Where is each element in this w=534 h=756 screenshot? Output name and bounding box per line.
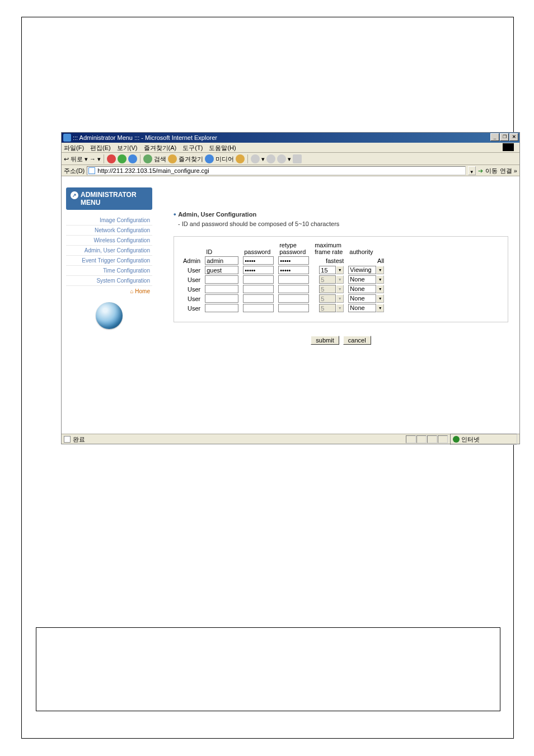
history-icon[interactable] [236, 154, 245, 163]
admin-title-1: ADMINISTRATOR [81, 191, 137, 199]
user3-authority-select[interactable]: None [348, 285, 376, 293]
header-row: ID password retype password maximum fram… [181, 241, 386, 256]
minimize-button[interactable]: _ [490, 133, 499, 141]
menu-favorites[interactable]: 즐겨찾기(A) [144, 144, 177, 151]
user4-id-input[interactable] [205, 294, 238, 303]
nav-system-config[interactable]: System Configuration [66, 276, 152, 286]
user5-authority-select[interactable]: None [348, 304, 376, 312]
nav-home[interactable]: ⌂ Home [66, 286, 152, 297]
back-dropdown-icon[interactable]: ▾ [85, 153, 88, 165]
back-label[interactable]: 뒤로 [71, 153, 83, 165]
col-password: password [241, 241, 276, 256]
logo-icon [96, 302, 123, 329]
user2-id-input[interactable] [205, 275, 238, 284]
user1-id-input[interactable] [205, 266, 238, 274]
user2-authority-select[interactable]: None [348, 275, 376, 284]
stop-icon[interactable] [107, 154, 116, 163]
arrow-circle-icon: ↗ [71, 191, 78, 199]
user1-retype-input[interactable] [278, 266, 309, 274]
media-icon[interactable] [205, 154, 214, 163]
main-panel: Admin, User Configuration - ID and passw… [157, 176, 519, 434]
nav-image-config[interactable]: Image Configuration [66, 215, 152, 226]
framerate-dropdown-icon: ▼ [336, 275, 344, 284]
user3-retype-input[interactable] [278, 285, 309, 293]
home-icon[interactable] [128, 154, 137, 163]
media-label[interactable]: 미디어 [216, 153, 234, 165]
admin-menu-header: ↗ ADMINISTRATOR MENU [66, 187, 152, 210]
close-button[interactable]: ✕ [509, 133, 518, 141]
admin-framerate: fastest [311, 256, 346, 265]
discuss-icon[interactable] [293, 154, 302, 163]
row-user-2: User ▼ None▼ [181, 275, 386, 284]
cancel-button[interactable]: cancel [343, 336, 371, 345]
address-dropdown-icon[interactable]: ▼ [468, 166, 476, 175]
section-title: Admin, User Configuration [174, 210, 508, 218]
go-arrow-icon[interactable]: ➔ [478, 165, 483, 176]
user3-password-input[interactable] [243, 285, 274, 293]
user2-retype-input[interactable] [278, 275, 309, 284]
user1-authority-select[interactable]: Viewing [348, 266, 376, 274]
empty-box [36, 627, 500, 711]
nav-network-config[interactable]: Network Configuration [66, 226, 152, 236]
forward-arrow-icon[interactable]: → [90, 153, 96, 165]
authority-dropdown-icon[interactable]: ▼ [376, 285, 384, 293]
links-label[interactable]: 연결 » [500, 165, 517, 176]
refresh-icon[interactable] [118, 154, 127, 163]
address-input[interactable]: http://211.232.103.15/main_configure.cgi [87, 166, 466, 175]
menu-edit[interactable]: 편집(E) [90, 144, 111, 151]
sidebar: ↗ ADMINISTRATOR MENU Image Configuration… [62, 176, 157, 434]
authority-dropdown-icon[interactable]: ▼ [376, 275, 384, 284]
home-nav-icon: ⌂ [128, 288, 134, 294]
forward-dropdown-icon[interactable]: ▾ [97, 153, 101, 165]
search-label[interactable]: 검색 [154, 153, 166, 165]
admin-id-input[interactable] [205, 256, 238, 265]
user4-framerate-input [319, 294, 336, 303]
admin-password-input[interactable] [243, 256, 274, 265]
maximize-button[interactable]: ❐ [500, 133, 509, 141]
menu-tools[interactable]: 도구(T) [182, 144, 203, 151]
user2-password-input[interactable] [243, 275, 274, 284]
user1-framerate-input[interactable] [319, 266, 336, 274]
authority-dropdown-icon[interactable]: ▼ [376, 304, 384, 312]
edit-dropdown-icon[interactable]: ▾ [288, 153, 291, 165]
user5-framerate-input [319, 304, 336, 312]
user3-id-input[interactable] [205, 285, 238, 293]
user4-password-input[interactable] [243, 294, 274, 303]
separator [140, 154, 140, 163]
menu-view[interactable]: 보기(V) [117, 144, 138, 151]
submit-button[interactable]: submit [311, 336, 339, 345]
favorites-label[interactable]: 즐겨찾기 [179, 153, 203, 165]
go-label[interactable]: 이동 [485, 165, 498, 176]
mail-dropdown-icon[interactable]: ▾ [261, 153, 265, 165]
user5-retype-input[interactable] [278, 304, 309, 312]
search-icon[interactable] [143, 154, 152, 163]
row-label: User [181, 294, 203, 303]
menu-file[interactable]: 파일(F) [64, 144, 84, 151]
user5-password-input[interactable] [243, 304, 274, 312]
nav-event-trigger-config[interactable]: Event Trigger Configuration [66, 256, 152, 266]
col-id: ID [203, 241, 241, 256]
user4-authority-select[interactable]: None [348, 294, 376, 303]
admin-retype-input[interactable] [278, 256, 309, 265]
address-bar: 주소(D) http://211.232.103.15/main_configu… [62, 165, 519, 176]
print-icon[interactable] [266, 154, 275, 163]
nav-wireless-config[interactable]: Wireless Configuration [66, 236, 152, 246]
edit-icon[interactable] [277, 154, 286, 163]
user4-retype-input[interactable] [278, 294, 309, 303]
row-user-5: User ▼ None▼ [181, 303, 386, 313]
favorites-icon[interactable] [168, 154, 177, 163]
row-label: User [181, 303, 203, 313]
separator [247, 154, 248, 163]
authority-dropdown-icon[interactable]: ▼ [376, 294, 384, 303]
authority-dropdown-icon[interactable]: ▼ [376, 266, 384, 274]
nav-admin-user-config[interactable]: Admin, User Configuration [66, 246, 152, 256]
back-arrow-icon[interactable]: ↩ [64, 153, 69, 165]
mail-icon[interactable] [251, 154, 260, 163]
page-frame: ::: Administrator Menu ::: - Microsoft I… [21, 17, 514, 739]
status-pane [427, 435, 437, 443]
nav-time-config[interactable]: Time Configuration [66, 266, 152, 276]
menu-help[interactable]: 도움말(H) [209, 144, 236, 151]
user1-password-input[interactable] [243, 266, 274, 274]
user5-id-input[interactable] [205, 304, 238, 312]
framerate-dropdown-icon[interactable]: ▼ [336, 266, 344, 274]
